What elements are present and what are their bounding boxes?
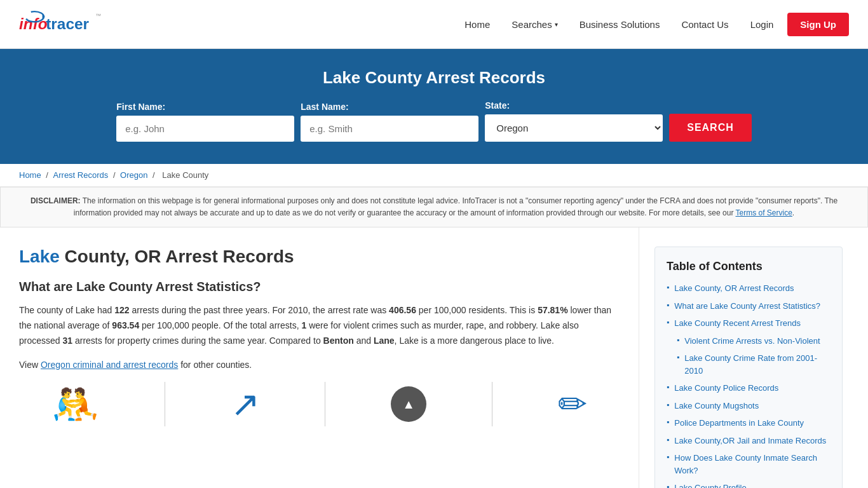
first-name-group: First Name:: [116, 102, 294, 142]
content-right: Table of Contents Lake County, OR Arrest…: [639, 227, 855, 488]
state-label: State:: [485, 100, 510, 111]
toc-link[interactable]: Lake County Profile: [674, 482, 746, 488]
lower-pct: 57.81%: [538, 305, 567, 315]
toc-list: Lake County, OR Arrest RecordsWhat are L…: [667, 282, 831, 488]
main-heading: Lake County, OR Arrest Records: [19, 247, 620, 267]
toc-link[interactable]: Lake County Police Records: [674, 382, 778, 395]
svg-text:™: ™: [95, 13, 101, 19]
toc-link[interactable]: Lake County, OR Arrest Records: [674, 282, 794, 295]
toc-item: Lake County, OR Arrest Records: [667, 282, 831, 295]
search-form: First Name: Last Name: State: AlabamaAla…: [13, 100, 855, 142]
first-name-input[interactable]: [116, 116, 294, 142]
toc-item: What are Lake County Arrest Statistics?: [667, 300, 831, 313]
last-name-input[interactable]: [301, 116, 478, 142]
toc-item: Lake County,OR Jail and Inmate Records: [667, 435, 831, 447]
icon-scroll-top-item: ▲: [391, 386, 426, 422]
nav-contact-us[interactable]: Contact Us: [674, 14, 736, 35]
people-icon: 🤼: [51, 382, 99, 427]
nav-login[interactable]: Login: [743, 14, 782, 35]
arrow-up-icon: ↗: [231, 384, 260, 424]
breadcrumb-arrest-records[interactable]: Arrest Records: [53, 170, 109, 180]
toc-item: Lake County Crime Rate from 2001-2010: [677, 352, 831, 377]
main-content: Lake County, OR Arrest Records What are …: [0, 227, 868, 488]
breadcrumb-home[interactable]: Home: [19, 170, 41, 180]
icon-divider-1: [165, 382, 165, 426]
toc-item: Lake County Mugshots: [667, 400, 831, 412]
nav-business-solutions[interactable]: Business Solutions: [572, 14, 668, 35]
toc-item: Police Departments in Lake County: [667, 417, 831, 430]
toc-item: Lake County Recent Arrest Trends: [667, 317, 831, 330]
toc-link[interactable]: Lake County Recent Arrest Trends: [674, 317, 801, 330]
toc-link[interactable]: Lake County Crime Rate from 2001-2010: [684, 352, 831, 377]
heading-rest: County, OR Arrest Records: [60, 247, 294, 266]
stats-paragraph: The county of Lake had 122 arrests durin…: [19, 303, 620, 348]
state-select[interactable]: AlabamaAlaskaArizonaArkansasCaliforniaCo…: [485, 114, 663, 142]
toc-link[interactable]: Lake County,OR Jail and Inmate Records: [674, 435, 826, 447]
last-name-group: Last Name:: [301, 102, 478, 142]
breadcrumb-oregon[interactable]: Oregon: [120, 170, 147, 180]
pencil-icon: ✏: [558, 384, 587, 424]
scroll-top-arrow-icon: ▲: [402, 397, 415, 412]
toc-link[interactable]: How Does Lake County Inmate Search Work?: [674, 452, 831, 477]
view-records-paragraph: View Oregon criminal and arrest records …: [19, 358, 620, 373]
content-left: Lake County, OR Arrest Records What are …: [13, 227, 639, 488]
oregon-records-link[interactable]: Oregon criminal and arrest records: [41, 360, 178, 370]
table-of-contents: Table of Contents Lake County, OR Arrest…: [654, 247, 843, 488]
logo[interactable]: info tracer ™: [19, 5, 102, 43]
icon-people-item: 🤼: [51, 382, 99, 427]
icon-arrow-item: ↗: [231, 384, 260, 424]
toc-link[interactable]: What are Lake County Arrest Statistics?: [674, 300, 820, 313]
logo-svg: info tracer ™: [19, 5, 102, 43]
breadcrumb: Home / Arrest Records / Oregon / Lake Co…: [0, 164, 868, 187]
toc-item: How Does Lake County Inmate Search Work?: [667, 452, 831, 477]
toc-item: Violent Crime Arrests vs. Non-Violent: [677, 335, 831, 348]
main-nav: Home Searches ▾ Business Solutions Conta…: [457, 13, 849, 36]
toc-link[interactable]: Violent Crime Arrests vs. Non-Violent: [684, 335, 820, 348]
disclaimer-text: The information on this webpage is for g…: [74, 196, 837, 217]
svg-text:tracer: tracer: [46, 15, 89, 32]
scroll-top-button[interactable]: ▲: [391, 386, 426, 422]
last-name-label: Last Name:: [301, 102, 348, 112]
stats-heading: What are Lake County Arrest Statistics?: [19, 280, 620, 294]
icon-divider-2: [325, 382, 325, 426]
icons-row: 🤼 ↗ ▲ ✏: [19, 382, 620, 427]
arrest-rate: 406.56: [389, 305, 416, 315]
chevron-down-icon: ▾: [555, 21, 558, 28]
county1: Benton: [323, 336, 354, 346]
hero-section: Lake County Arrest Records First Name: L…: [0, 49, 868, 164]
breadcrumb-lake-county: Lake County: [162, 170, 208, 180]
state-group: State: AlabamaAlaskaArizonaArkansasCalif…: [485, 100, 663, 142]
site-header: info tracer ™ Home Searches ▾ Business S…: [0, 0, 868, 49]
county2: Lane: [374, 336, 395, 346]
disclaimer-label: DISCLAIMER:: [31, 196, 81, 205]
heading-blue: Lake: [19, 247, 60, 266]
disclaimer-box: DISCLAIMER: The information on this webp…: [0, 187, 868, 227]
toc-item: Lake County Police Records: [667, 382, 831, 395]
arrests-count: 122: [114, 305, 129, 315]
toc-title: Table of Contents: [667, 260, 831, 273]
nav-signup[interactable]: Sign Up: [787, 13, 849, 36]
icon-pencil-item: ✏: [558, 384, 587, 424]
icon-divider-3: [492, 382, 492, 426]
property-count: 31: [62, 336, 72, 346]
toc-item: Lake County Profile: [667, 482, 831, 488]
terms-link[interactable]: Terms of Service: [736, 208, 792, 217]
nav-home[interactable]: Home: [457, 14, 498, 35]
first-name-label: First Name:: [116, 102, 165, 112]
hero-title: Lake County Arrest Records: [13, 68, 855, 88]
nav-searches[interactable]: Searches ▾: [504, 14, 565, 35]
toc-link[interactable]: Police Departments in Lake County: [674, 417, 804, 430]
search-button[interactable]: SEARCH: [669, 114, 752, 142]
national-avg: 963.54: [112, 320, 139, 330]
toc-link[interactable]: Lake County Mugshots: [674, 400, 759, 412]
